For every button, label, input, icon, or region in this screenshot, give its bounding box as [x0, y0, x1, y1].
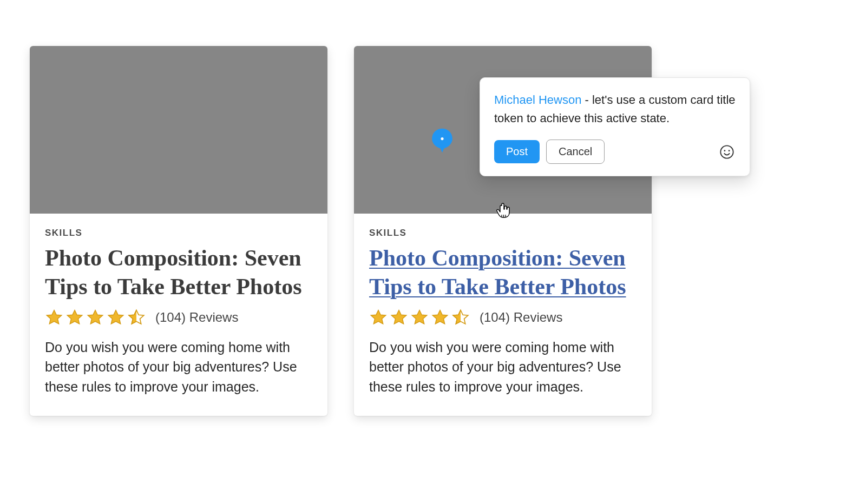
star-rating [45, 308, 146, 327]
svg-point-4 [724, 150, 726, 151]
cancel-button[interactable]: Cancel [546, 140, 605, 164]
svg-point-3 [720, 145, 733, 158]
comment-mention[interactable]: Michael Hewson [494, 93, 581, 107]
smile-icon [719, 144, 734, 160]
star-icon [107, 308, 125, 327]
emoji-picker-button[interactable] [718, 143, 736, 161]
card-title-active[interactable]: Photo Composition: Seven Tips to Take Be… [369, 244, 637, 301]
card-body: SKILLS Photo Composition: Seven Tips to … [30, 214, 327, 416]
star-half-icon [451, 308, 470, 327]
svg-point-2 [441, 137, 443, 140]
canvas: SKILLS Photo Composition: Seven Tips to … [0, 0, 866, 504]
comment-pin-icon[interactable] [429, 128, 455, 154]
post-button[interactable]: Post [494, 140, 540, 163]
pointer-cursor-icon [496, 203, 511, 220]
comment-popover: Michael Hewson - let's use a custom card… [480, 77, 750, 176]
comment-text: Michael Hewson - let's use a custom card… [494, 91, 736, 128]
star-icon [65, 308, 84, 327]
star-icon [410, 308, 429, 327]
star-icon [45, 308, 63, 327]
card-description: Do you wish you were coming home with be… [45, 337, 312, 396]
card-title[interactable]: Photo Composition: Seven Tips to Take Be… [45, 244, 312, 301]
card-description: Do you wish you were coming home with be… [369, 337, 637, 396]
star-icon [369, 308, 388, 327]
star-rating [369, 308, 470, 327]
rating-row: (104) Reviews [369, 308, 637, 327]
review-count: (104) Reviews [480, 310, 562, 325]
star-icon [86, 308, 104, 327]
card-default: SKILLS Photo Composition: Seven Tips to … [30, 46, 327, 416]
star-half-icon [127, 308, 146, 327]
card-image-placeholder [30, 46, 327, 214]
card-eyebrow: SKILLS [45, 228, 312, 238]
star-icon [431, 308, 449, 327]
card-body: SKILLS Photo Composition: Seven Tips to … [354, 214, 652, 416]
star-icon [390, 308, 408, 327]
svg-point-5 [729, 150, 730, 151]
rating-row: (104) Reviews [45, 308, 312, 327]
comment-actions: Post Cancel [494, 140, 736, 164]
review-count: (104) Reviews [155, 310, 238, 325]
card-eyebrow: SKILLS [369, 228, 637, 238]
